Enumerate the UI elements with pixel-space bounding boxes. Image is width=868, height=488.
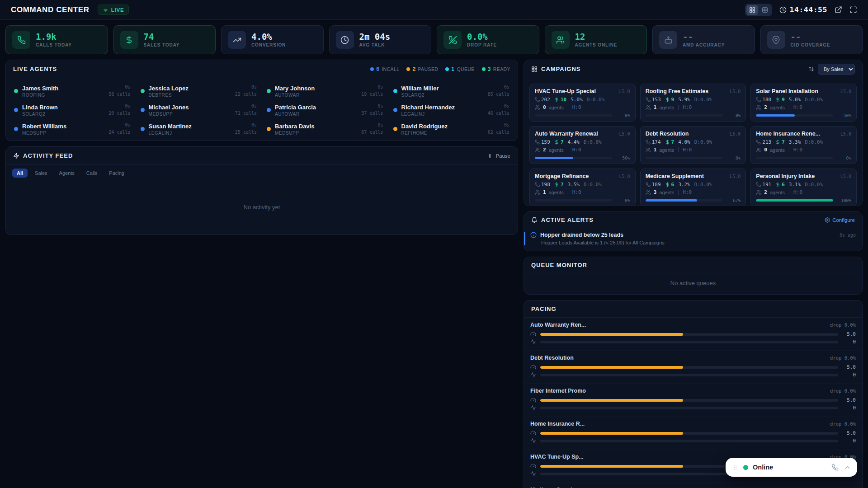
tab-agents[interactable]: Agents — [55, 169, 79, 178]
phone-icon — [646, 182, 651, 187]
phone-icon — [17, 36, 26, 44]
gauge-icon — [530, 397, 536, 403]
campaign-progress-fill — [535, 157, 573, 159]
campaign-sales: 7 — [671, 139, 675, 145]
agent-row[interactable]: Susan Martinez LEGALINJ 0s25 calls — [137, 120, 261, 138]
kpi-value: 74 — [144, 32, 180, 42]
campaign-card[interactable]: Roofing Free EstimatesL5.0 153 9 5.9% D:… — [640, 84, 746, 122]
phone-icon — [756, 140, 761, 145]
kpi-label: AGENTS ONLINE — [575, 42, 618, 47]
phone-icon — [756, 182, 761, 187]
pacing-dial-value: 5.0 — [842, 397, 856, 403]
campaign-card[interactable]: Medicare SupplementL5.0 189 6 3.2% D:0.0… — [640, 169, 746, 206]
pacing-dial-value: 5.0 — [842, 364, 856, 370]
pacing-rate-track[interactable] — [540, 407, 838, 409]
agent-status-dot — [141, 89, 145, 93]
tab-sales[interactable]: Sales — [30, 169, 52, 178]
campaign-card[interactable]: Home Insurance Rene...L5.0 213 7 3.3% D:… — [750, 126, 857, 164]
alert-detail: Hopper Leads Available is 1 (< 25.00) fo… — [541, 240, 856, 245]
phone-off-icon — [448, 36, 457, 44]
agent-name: Barbara Davis — [275, 123, 314, 130]
open-external-button[interactable] — [835, 6, 842, 14]
campaign-card[interactable]: Debt ResolutionL5.0 174 7 4.0% D:0.0% 1 … — [640, 126, 746, 164]
pause-feed-button[interactable]: Pause — [487, 153, 510, 159]
phone-icon — [831, 464, 839, 471]
pacing-dial-track[interactable] — [540, 333, 838, 336]
kpi-label: SALES TODAY — [144, 42, 180, 47]
campaign-tag: L5.0 — [840, 131, 851, 136]
agent-row[interactable]: Richard Hernandez LEGALINJ 0s46 calls — [390, 101, 514, 119]
campaign-progress-label: 100% — [837, 198, 851, 203]
bot-icon — [664, 36, 673, 44]
campaign-progress-label: 0% — [837, 155, 851, 160]
campaign-card[interactable]: Personal Injury IntakeL5.0 191 6 3.1% D:… — [750, 169, 857, 206]
phone-icon — [535, 140, 540, 145]
fullscreen-button[interactable] — [849, 6, 857, 14]
drag-handle-icon[interactable] — [732, 464, 739, 471]
agent-campaign: LEGALINJ — [401, 112, 484, 117]
tab-all[interactable]: All — [12, 169, 28, 178]
pacing-dial-track[interactable] — [540, 399, 838, 402]
pacing-rate-track[interactable] — [540, 440, 838, 442]
collapse-chip-button[interactable] — [844, 464, 851, 471]
campaign-sales: 9 — [671, 97, 675, 103]
campaign-agents-count: 2 — [543, 147, 546, 153]
agent-row[interactable]: Linda Brown SOLARQ2 0s20 calls — [10, 101, 134, 119]
agent-row[interactable]: Robert Williams MEDSUPP 0s24 calls — [10, 120, 134, 138]
campaign-progress-label: 0% — [726, 155, 741, 160]
campaign-progress-label: 67% — [726, 198, 741, 203]
pacing-rate-track[interactable] — [540, 374, 838, 376]
agent-row[interactable]: Patricia Garcia AUTOWAR 0s37 calls — [263, 101, 387, 119]
campaign-agents-count: 2 — [764, 189, 767, 195]
tab-pacing[interactable]: Pacing — [104, 169, 129, 178]
campaign-tag: L5.0 — [619, 174, 630, 179]
agent-row[interactable]: William Miller SOLARQ2 0s85 calls — [390, 82, 514, 100]
agent-calls: 71 calls — [235, 110, 257, 117]
agent-campaign: ROOFING — [22, 93, 104, 98]
campaign-progress-fill — [756, 114, 794, 117]
campaign-card[interactable]: Solar Panel InstallationL5.0 180 9 5.0% … — [750, 84, 857, 122]
pacing-drop-label: drop 0.0% — [830, 355, 856, 361]
pacing-dial-track[interactable] — [540, 432, 838, 435]
agent-time: 0s — [235, 103, 257, 110]
kpi-card-calls-today: 1.9k CALLS TODAY — [5, 25, 108, 54]
softphone-call-button[interactable] — [831, 464, 839, 471]
campaign-sort-select[interactable]: By Sales — [818, 64, 855, 75]
users-icon — [535, 190, 540, 195]
agent-row[interactable]: Jessica Lopez DEBTRES 0s22 calls — [137, 82, 261, 100]
pacing-dial-track[interactable] — [540, 366, 838, 369]
campaign-name: HVAC Tune-Up Special — [535, 88, 596, 94]
grid-view-button[interactable] — [746, 5, 758, 15]
online-status-dot — [743, 465, 748, 470]
agent-row[interactable]: David Rodriguez REFIHOME 0s62 calls — [390, 120, 514, 138]
campaign-drop: D:0.0% — [805, 182, 823, 188]
campaign-agents-count: 1 — [654, 147, 657, 153]
pacing-drop-label: drop 0.0% — [830, 388, 856, 394]
agent-name: Robert Williams — [22, 123, 66, 130]
agent-name: Michael Jones — [149, 104, 189, 111]
campaign-agents-count: 2 — [764, 104, 767, 110]
table-view-button[interactable] — [759, 5, 771, 15]
pacing-rate-value: 0 — [842, 438, 856, 444]
agent-row[interactable]: Michael Jones MEDSUPP 0s71 calls — [137, 101, 261, 119]
campaign-card[interactable]: Mortgage RefinanceL5.0 198 7 3.5% D:0.0%… — [529, 169, 636, 206]
campaign-card[interactable]: Auto Warranty RenewalL5.0 159 7 4.4% D:0… — [529, 126, 636, 164]
users-icon — [646, 147, 651, 153]
dollar-icon — [665, 97, 670, 102]
campaign-card[interactable]: HVAC Tune-Up SpecialL5.0 202 10 5.0% D:0… — [529, 84, 636, 122]
agent-row[interactable]: James Smith ROOFING 0s58 calls — [10, 82, 134, 100]
pacing-rate-track[interactable] — [540, 341, 838, 343]
trending-up-icon — [233, 36, 241, 44]
dollar-icon — [665, 140, 670, 145]
kpi-label: AMD ACCURACY — [683, 42, 725, 47]
agent-row[interactable]: Mary Johnson AUTOWAR 0s19 calls — [263, 82, 387, 100]
pacing-campaign-name: Fiber Internet Promo — [530, 388, 586, 394]
agent-row[interactable]: Barbara Davis MEDSUPP 0s67 calls — [263, 120, 387, 138]
tab-calls[interactable]: Calls — [82, 169, 102, 178]
sort-icon[interactable] — [808, 66, 814, 72]
configure-alerts-button[interactable]: Configure — [825, 217, 855, 223]
status-badge-paused: 2 PAUSED — [406, 66, 438, 72]
alert-item[interactable]: Hopper drained below 25 leads 0s ago Hop… — [524, 228, 862, 245]
campaign-conversion: 4.0% — [678, 139, 690, 145]
softphone-status-chip[interactable]: Online — [726, 458, 857, 477]
